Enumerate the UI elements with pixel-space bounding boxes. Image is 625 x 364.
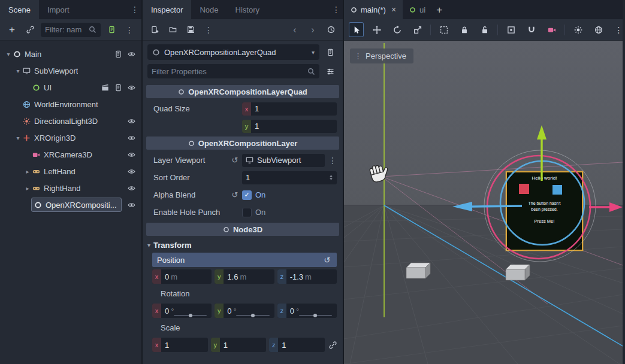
rotation-x-field[interactable]: x 0 °: [152, 304, 212, 318]
tab-scene[interactable]: Scene: [0, 0, 39, 19]
slider-knob[interactable]: [251, 314, 255, 317]
scene-filter-input[interactable]: [45, 25, 89, 34]
tree-row-lefthand[interactable]: ▸ LeftHand: [0, 163, 141, 180]
history-forward-button[interactable]: ›: [306, 23, 320, 37]
scale-z-field[interactable]: z 1: [269, 338, 325, 352]
position-y-field[interactable]: y 1.6 m: [215, 269, 274, 284]
tree-row-main[interactable]: ▾ Main: [0, 46, 141, 62]
visibility-eye-icon[interactable]: [128, 134, 135, 142]
tab-node[interactable]: Node: [191, 0, 227, 19]
scene-dock-menu-icon[interactable]: ⋮: [128, 0, 141, 19]
new-resource-button[interactable]: [147, 23, 162, 37]
inspector-tools-button[interactable]: [322, 63, 338, 79]
tree-row-ui[interactable]: UI: [0, 79, 141, 96]
scale-link-icon[interactable]: [329, 341, 337, 349]
rotate-tool-button[interactable]: [390, 22, 404, 37]
environment-settings-button[interactable]: [591, 22, 606, 37]
select-tool-button[interactable]: [349, 22, 364, 37]
visibility-eye-icon[interactable]: [128, 50, 135, 58]
enable-hole-punch-checkbox[interactable]: [242, 208, 252, 217]
instantiate-scene-button[interactable]: [23, 23, 37, 37]
list-select-tool-button[interactable]: [436, 22, 451, 37]
category-openxrcompositionlayerquad[interactable]: OpenXRCompositionLayerQuad: [146, 85, 339, 98]
tree-row-xrcamera3d[interactable]: XRCamera3D: [0, 146, 141, 163]
new-scene-tab-button[interactable]: +: [432, 2, 446, 17]
sort-order-field[interactable]: 1: [242, 171, 337, 184]
position-z-field[interactable]: z -1.3 m: [277, 269, 337, 284]
group-selected-button[interactable]: [503, 22, 518, 37]
slider-track[interactable]: [299, 315, 332, 316]
viewport-3d-canvas[interactable]: Hello world! The button hasn't been pres…: [344, 41, 623, 364]
snap-toggle-button[interactable]: [524, 22, 539, 37]
object-history-button[interactable]: [324, 23, 338, 37]
camera-preview-button[interactable]: [544, 22, 559, 37]
inspector-dock-menu-icon[interactable]: ⋮: [330, 0, 343, 19]
expander-icon[interactable]: ▾: [13, 135, 23, 141]
edited-object-selector[interactable]: OpenXRCompositionLayerQuad ▾: [147, 44, 319, 60]
visibility-eye-icon[interactable]: [128, 117, 135, 125]
layer-viewport-value[interactable]: SubViewport: [242, 154, 325, 167]
cube-mesh-left[interactable]: [406, 263, 430, 278]
revert-icon[interactable]: ↺: [322, 256, 332, 265]
scale-y-field[interactable]: y 1: [211, 338, 267, 352]
scene-toolbar-menu-icon[interactable]: ⋮: [122, 23, 137, 37]
lock-selected-button[interactable]: [457, 22, 472, 37]
visibility-eye-icon[interactable]: [128, 168, 135, 175]
rotation-z-field[interactable]: z 0 °: [277, 304, 337, 318]
open-docs-button[interactable]: [322, 44, 338, 60]
expander-icon[interactable]: ▾: [4, 51, 13, 57]
spinner-updown-icon[interactable]: [328, 174, 334, 181]
quad-size-x-field[interactable]: x 1: [242, 102, 337, 116]
transform-group-header[interactable]: ▾ Transform: [143, 238, 343, 251]
property-position-header[interactable]: Position ↺: [152, 253, 337, 267]
resource-menu-icon[interactable]: ⋮: [201, 23, 216, 37]
scene-tab-ui[interactable]: ui: [403, 0, 432, 19]
attach-script-button[interactable]: [104, 23, 119, 37]
tree-row-righthand[interactable]: ▸ RightHand: [0, 180, 141, 196]
sun-settings-button[interactable]: [570, 22, 585, 37]
scale-tool-button[interactable]: [410, 22, 425, 37]
load-resource-button[interactable]: [165, 23, 180, 37]
expander-icon[interactable]: ▸: [23, 168, 32, 175]
revert-icon[interactable]: ↺: [230, 190, 240, 199]
quad-press-me-button[interactable]: Press Me!: [507, 219, 582, 224]
viewport-menu-icon[interactable]: ⋮: [611, 22, 625, 37]
open-instanced-scene-icon[interactable]: [101, 84, 109, 92]
position-x-field[interactable]: x 0 m: [152, 269, 212, 284]
slider-knob[interactable]: [189, 314, 192, 317]
tab-history[interactable]: History: [227, 0, 268, 19]
tree-row-xrorigin3d[interactable]: ▾ XROrigin3D: [0, 129, 141, 146]
script-icon[interactable]: [114, 50, 122, 58]
tree-row-openxrcompositionlayer[interactable]: OpenXRCompositi...: [0, 196, 141, 213]
rotation-y-field[interactable]: y 0 °: [215, 304, 274, 318]
script-icon[interactable]: [114, 84, 122, 92]
inspector-filter-input[interactable]: [152, 67, 307, 76]
close-tab-icon[interactable]: ×: [391, 5, 396, 14]
selected-tree-item[interactable]: OpenXRCompositi...: [31, 198, 122, 212]
expander-icon[interactable]: ▸: [23, 185, 32, 192]
layer-viewport-menu-icon[interactable]: ⋮: [328, 156, 337, 165]
unlock-selected-button[interactable]: [477, 22, 492, 37]
visibility-eye-icon[interactable]: [128, 184, 135, 192]
tree-row-worldenvironment[interactable]: WorldEnvironment: [0, 96, 141, 113]
slider-track[interactable]: [174, 315, 207, 316]
revert-icon[interactable]: ↺: [230, 156, 240, 165]
quad-size-y-field[interactable]: y 1: [242, 120, 337, 133]
perspective-menu[interactable]: ⋮ Perspective: [350, 48, 413, 63]
add-node-button[interactable]: +: [5, 23, 19, 37]
scene-tab-main[interactable]: main(*) ×: [344, 0, 403, 19]
tab-inspector[interactable]: Inspector: [143, 0, 191, 19]
history-back-button[interactable]: ‹: [288, 23, 302, 37]
alpha-blend-checkbox[interactable]: ✓: [242, 190, 252, 200]
cube-mesh-right[interactable]: [506, 265, 530, 280]
visibility-eye-icon[interactable]: [128, 151, 135, 159]
tree-row-directionallight3d[interactable]: DirectionalLight3D: [0, 113, 141, 129]
tree-row-subviewport[interactable]: ▾ SubViewport: [0, 62, 141, 79]
scale-x-field[interactable]: x 1: [152, 338, 208, 352]
category-openxrcompositionlayer[interactable]: OpenXRCompositionLayer: [146, 136, 339, 150]
slider-track[interactable]: [236, 315, 269, 316]
category-node3d[interactable]: Node3D: [146, 223, 339, 236]
save-resource-button[interactable]: [183, 23, 198, 37]
composition-layer-quad[interactable]: Hello world! The button hasn't been pres…: [506, 171, 583, 251]
tab-import[interactable]: Import: [39, 0, 78, 19]
